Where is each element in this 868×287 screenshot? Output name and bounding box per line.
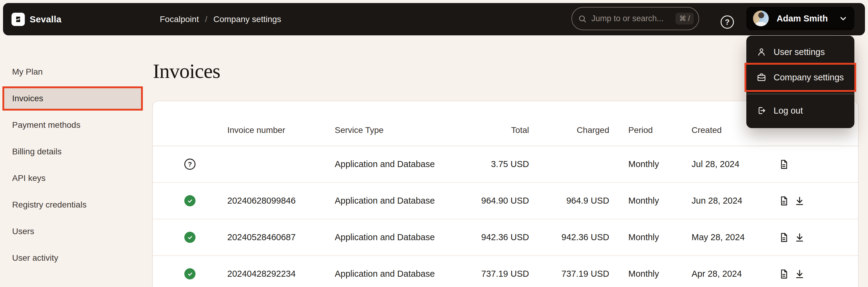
user-icon bbox=[756, 47, 766, 57]
view-invoice-document-icon[interactable] bbox=[777, 194, 790, 208]
cell-charged bbox=[529, 146, 610, 182]
view-invoice-document-icon[interactable] bbox=[777, 158, 790, 171]
view-invoice-document-icon[interactable] bbox=[777, 231, 790, 244]
table-row: ? Application and Database 3.75 USD Mont… bbox=[153, 146, 858, 182]
brand-name: Sevalla bbox=[30, 14, 61, 25]
cell-period: Monthly bbox=[610, 219, 669, 256]
settings-sidebar: My Plan Invoices Payment methods Billing… bbox=[4, 62, 141, 274]
search-box[interactable]: ⌘ / bbox=[571, 7, 699, 30]
invoices-table: Invoice number Service Type Total Charge… bbox=[153, 101, 858, 287]
cell-invoice-number: 20240528460687 bbox=[227, 219, 334, 256]
sidebar-item-my-plan[interactable]: My Plan bbox=[4, 62, 141, 82]
user-name: Adam Smith bbox=[777, 13, 828, 24]
sidebar-item-users[interactable]: Users bbox=[4, 221, 141, 242]
cell-invoice-number bbox=[227, 146, 334, 182]
help-icon: ? bbox=[725, 18, 730, 27]
download-invoice-icon[interactable] bbox=[793, 194, 806, 208]
col-status bbox=[153, 101, 227, 146]
brand-home-link[interactable]: Sevalla bbox=[11, 3, 61, 35]
briefcase-icon bbox=[756, 72, 766, 82]
cell-created: Jun 28, 2024 bbox=[669, 182, 775, 219]
sidebar-item-billing-details[interactable]: Billing details bbox=[4, 141, 141, 162]
status-paid-icon bbox=[184, 232, 195, 243]
col-total: Total bbox=[478, 101, 529, 146]
cell-total: 3.75 USD bbox=[478, 146, 529, 182]
status-paid-icon bbox=[184, 195, 195, 206]
menu-item-company-settings[interactable]: Company settings bbox=[746, 65, 855, 90]
download-invoice-icon[interactable] bbox=[793, 231, 806, 244]
page-title: Invoices bbox=[153, 59, 220, 83]
cell-created: Jul 28, 2024 bbox=[669, 146, 775, 182]
cell-period: Monthly bbox=[610, 182, 669, 219]
menu-item-label: Company settings bbox=[774, 72, 844, 82]
user-menu-button[interactable]: Adam Smith bbox=[746, 7, 855, 30]
cell-total: 737.19 USD bbox=[478, 256, 529, 287]
sidebar-item-invoices[interactable]: Invoices bbox=[4, 88, 141, 109]
menu-item-label: User settings bbox=[774, 47, 825, 57]
sidebar-item-api-keys[interactable]: API keys bbox=[4, 168, 141, 188]
col-charged: Charged bbox=[529, 101, 610, 146]
cell-service-type: Application and Database bbox=[334, 146, 478, 182]
help-button[interactable]: ? bbox=[721, 15, 734, 29]
sidebar-item-user-activity[interactable]: User activity bbox=[4, 248, 141, 268]
cell-charged: 964.9 USD bbox=[529, 182, 610, 219]
cell-period: Monthly bbox=[610, 256, 669, 287]
breadcrumb-item-project[interactable]: Focalpoint bbox=[160, 14, 199, 24]
menu-item-user-settings[interactable]: User settings bbox=[746, 39, 855, 65]
cell-total: 942.36 USD bbox=[478, 219, 529, 256]
status-pending-icon[interactable]: ? bbox=[184, 158, 195, 170]
col-period: Period bbox=[610, 101, 669, 146]
user-dropdown-menu: User settings Company settings Log out bbox=[746, 36, 855, 128]
search-icon bbox=[578, 14, 587, 23]
breadcrumb-separator: / bbox=[205, 14, 207, 24]
menu-divider bbox=[746, 94, 855, 94]
cell-service-type: Application and Database bbox=[334, 256, 478, 287]
invoices-card: Invoice number Service Type Total Charge… bbox=[152, 101, 859, 287]
cell-created: Apr 28, 2024 bbox=[669, 256, 775, 287]
cell-invoice-number: 20240628099846 bbox=[227, 182, 334, 219]
table-row: 20240528460687 Application and Database … bbox=[153, 219, 858, 256]
page: Sevalla Focalpoint / Company settings ⌘ … bbox=[0, 0, 868, 287]
sidebar-item-registry-credentials[interactable]: Registry credentials bbox=[4, 194, 141, 215]
cell-service-type: Application and Database bbox=[334, 182, 478, 219]
cell-invoice-number: 20240428292234 bbox=[227, 256, 334, 287]
cell-created: May 28, 2024 bbox=[669, 219, 775, 256]
avatar bbox=[753, 10, 769, 26]
search-input[interactable] bbox=[591, 13, 676, 24]
col-invoice-number: Invoice number bbox=[227, 101, 334, 146]
cell-charged: 737.19 USD bbox=[529, 256, 610, 287]
topbar: Sevalla Focalpoint / Company settings ⌘ … bbox=[3, 3, 865, 35]
table-row: 20240428292234 Application and Database … bbox=[153, 256, 858, 287]
breadcrumb-item-company-settings[interactable]: Company settings bbox=[213, 14, 281, 24]
search-shortcut-badge: ⌘ / bbox=[676, 13, 694, 25]
cell-total: 964.90 USD bbox=[478, 182, 529, 219]
chevron-down-icon bbox=[839, 14, 848, 23]
cell-service-type: Application and Database bbox=[334, 219, 478, 256]
logout-icon bbox=[756, 106, 766, 115]
status-paid-icon bbox=[184, 268, 195, 280]
table-row: 20240628099846 Application and Database … bbox=[153, 182, 858, 219]
cell-period: Monthly bbox=[610, 146, 669, 182]
col-service-type: Service Type bbox=[334, 101, 478, 146]
view-invoice-document-icon[interactable] bbox=[777, 267, 790, 281]
sidebar-item-payment-methods[interactable]: Payment methods bbox=[4, 115, 141, 135]
sevalla-logo-icon bbox=[11, 13, 25, 26]
cell-charged: 942.36 USD bbox=[529, 219, 610, 256]
breadcrumb: Focalpoint / Company settings bbox=[160, 3, 281, 35]
download-invoice-icon[interactable] bbox=[793, 267, 806, 281]
menu-item-label: Log out bbox=[774, 106, 803, 116]
menu-item-log-out[interactable]: Log out bbox=[746, 98, 855, 123]
